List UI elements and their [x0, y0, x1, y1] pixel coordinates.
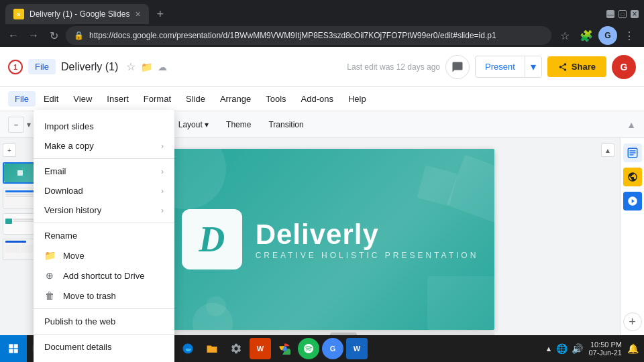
- minimize-button[interactable]: —: [606, 10, 614, 18]
- menu-tools[interactable]: Tools: [259, 91, 292, 107]
- add-shortcut-icon: ⊕: [44, 270, 55, 281]
- extensions-icon[interactable]: 🧩: [577, 26, 596, 45]
- menu-arrange[interactable]: Arrange: [213, 91, 258, 107]
- slide-thumb-4[interactable]: [3, 239, 38, 260]
- tray-arrow[interactable]: ▲: [545, 345, 553, 353]
- document-details-item[interactable]: Document details: [34, 337, 174, 357]
- chrome-taskbar-icon[interactable]: [274, 338, 295, 359]
- browser-nav-icons: ☆ 🧩 G ⋮: [555, 26, 639, 45]
- add-slide-top-button[interactable]: +: [3, 143, 16, 157]
- publish-web-label: Publish to the web: [44, 316, 115, 326]
- email-arrow: ›: [161, 167, 164, 176]
- file-explorer-taskbar-icon[interactable]: [201, 338, 223, 359]
- make-copy-item[interactable]: Make a copy ›: [34, 136, 174, 156]
- word-taskbar-icon[interactable]: W: [346, 338, 368, 359]
- settings-taskbar-icon[interactable]: [225, 338, 247, 359]
- collapse-toolbar-button[interactable]: ▲: [627, 119, 636, 130]
- slide-thumb-3[interactable]: [3, 213, 38, 235]
- cloud-save-icon: ☁: [158, 62, 167, 72]
- present-button[interactable]: Present: [476, 58, 525, 76]
- tab-close-button[interactable]: ×: [135, 9, 140, 19]
- theme-button[interactable]: Theme: [219, 117, 258, 132]
- move-trash-item[interactable]: 🗑 Move to trash: [34, 286, 174, 306]
- make-copy-arrow: ›: [161, 141, 164, 151]
- back-button[interactable]: ←: [5, 27, 21, 44]
- move-label: Move: [63, 251, 85, 261]
- decorative-shape-tl: [166, 149, 226, 209]
- trash-icon: 🗑: [44, 290, 55, 301]
- slide-thumb-2[interactable]: [3, 188, 38, 209]
- menu-edit[interactable]: Edit: [37, 91, 65, 107]
- decorative-shape-br: [427, 276, 494, 330]
- slide-canvas[interactable]: D Deliverly Creative Holistic Presentati…: [166, 149, 494, 330]
- taskbar-icons: W G W: [172, 338, 545, 359]
- edge-taskbar-icon[interactable]: [177, 338, 199, 359]
- move-item[interactable]: 📁 Move: [34, 245, 174, 265]
- profile-icon[interactable]: G: [598, 26, 617, 45]
- notification-icon[interactable]: 🔔: [627, 343, 639, 354]
- browser-tab[interactable]: S Deliverly (1) - Google Slides ×: [5, 4, 149, 24]
- language-item[interactable]: Language ›: [34, 357, 174, 362]
- present-dropdown-button[interactable]: ▾: [525, 56, 541, 77]
- present-group: Present ▾: [475, 56, 542, 78]
- version-history-item[interactable]: Version history ›: [34, 200, 174, 220]
- restore-button[interactable]: □: [619, 10, 627, 18]
- deco-shape-extra2: [206, 296, 226, 316]
- menu-format[interactable]: Format: [137, 91, 178, 107]
- system-tray: ▲ 🌐 🔊: [545, 343, 584, 354]
- logo-text-container: Deliverly Creative Holistic Presentation: [256, 219, 479, 260]
- menu-view[interactable]: View: [66, 91, 99, 107]
- spotify-taskbar-icon[interactable]: [298, 338, 319, 359]
- star-icon[interactable]: ☆: [126, 60, 136, 73]
- start-button[interactable]: [0, 335, 27, 362]
- file-menu-item[interactable]: File: [28, 59, 56, 74]
- email-item[interactable]: Email ›: [34, 162, 174, 181]
- refresh-button[interactable]: ↻: [46, 27, 62, 44]
- tab-favicon: S: [13, 9, 24, 19]
- user-avatar[interactable]: G: [612, 55, 636, 79]
- system-clock[interactable]: 10:50 PM 07-Jun-21: [588, 341, 622, 357]
- app-area: 1 File Deliverly (1) ☆ 📁 ☁ Last edit was…: [0, 47, 644, 362]
- layout-button[interactable]: Layout ▾: [172, 117, 215, 132]
- collapse-panel-button[interactable]: ▲: [601, 143, 614, 157]
- add-panel-button[interactable]: +: [623, 312, 642, 331]
- download-item[interactable]: Download ›: [34, 181, 174, 200]
- zoom-out-button[interactable]: −: [8, 117, 24, 133]
- more-menu-icon[interactable]: ⋮: [620, 26, 639, 45]
- move-to-folder-icon[interactable]: 📁: [141, 62, 152, 72]
- add-shortcut-item[interactable]: ⊕ Add shortcut to Drive: [34, 265, 174, 286]
- tab-bar: S Deliverly (1) - Google Slides × + — □ …: [0, 0, 644, 24]
- menu-help[interactable]: Help: [341, 91, 373, 107]
- transition-button[interactable]: Transition: [262, 117, 310, 132]
- google-taskbar-icon[interactable]: G: [322, 338, 343, 359]
- slides-panel-toggle[interactable]: [623, 143, 642, 162]
- svg-rect-3: [629, 150, 635, 152]
- import-slides-item[interactable]: Import slides: [34, 117, 174, 136]
- close-window-button[interactable]: ×: [631, 10, 639, 18]
- publish-web-item[interactable]: Publish to the web: [34, 312, 174, 331]
- slide-thumb-container-1: 1: [3, 162, 37, 184]
- slide-thumb-container-3: 3: [3, 213, 37, 235]
- address-bar[interactable]: 🔒 https://docs.google.com/presentation/d…: [66, 26, 551, 45]
- rename-item[interactable]: Rename: [34, 226, 174, 245]
- new-tab-button[interactable]: +: [152, 7, 170, 21]
- doc-title: Deliverly (1): [61, 61, 118, 73]
- network-icon: 🌐: [556, 343, 568, 354]
- animations-panel-toggle[interactable]: [623, 192, 642, 210]
- bookmark-icon[interactable]: ☆: [555, 26, 574, 45]
- themes-panel-toggle[interactable]: [623, 168, 642, 186]
- menu-addons[interactable]: Add-ons: [294, 91, 340, 107]
- slide-thumb-inner-2: [3, 188, 37, 208]
- menu-insert[interactable]: Insert: [100, 91, 136, 107]
- step1-badge: 1: [8, 60, 23, 74]
- file-menu-section-3: Rename 📁 Move ⊕ Add shortcut to Drive 🗑 …: [34, 223, 174, 309]
- office-taskbar-icon[interactable]: W: [250, 338, 271, 359]
- share-button[interactable]: Share: [547, 56, 606, 77]
- chat-button[interactable]: [445, 55, 470, 79]
- zoom-selector[interactable]: ▾: [27, 120, 31, 129]
- svg-rect-9: [14, 349, 18, 353]
- menu-slide[interactable]: Slide: [179, 91, 212, 107]
- menu-file[interactable]: File: [8, 91, 36, 107]
- slide-thumb-1[interactable]: [3, 162, 38, 184]
- forward-button[interactable]: →: [25, 27, 42, 44]
